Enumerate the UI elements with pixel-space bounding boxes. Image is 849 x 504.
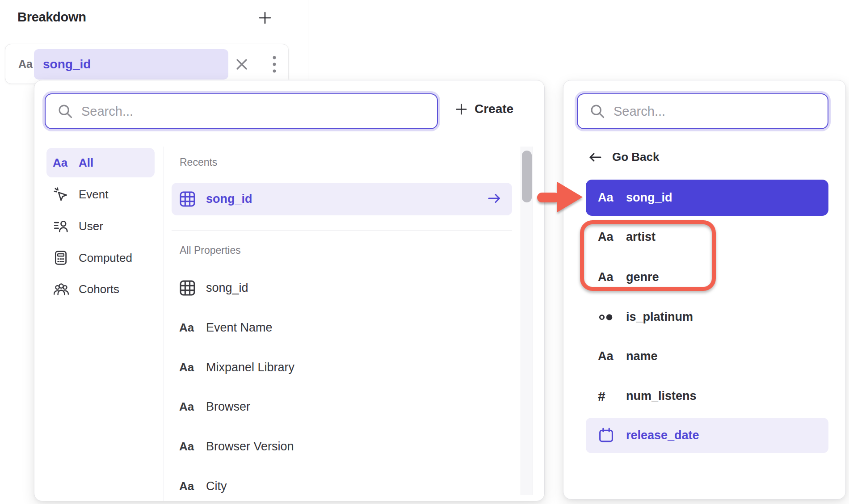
field-label: artist [626, 230, 656, 244]
red-arrow-annotation [534, 178, 586, 218]
people-icon [53, 281, 76, 297]
property-label: Browser [206, 400, 250, 414]
x-icon [235, 58, 248, 71]
table-grid-icon [179, 280, 206, 296]
property-label: City [206, 479, 227, 493]
table-grid-icon [179, 191, 206, 207]
text-type-icon: Aa [598, 349, 626, 363]
remove-breakdown-button[interactable] [233, 56, 250, 73]
text-type-icon: Aa [179, 440, 206, 454]
search-box[interactable] [577, 93, 828, 129]
property-city[interactable]: Aa City [172, 470, 512, 503]
field-genre[interactable]: Aa genre [586, 261, 828, 294]
add-breakdown-button[interactable] [257, 10, 273, 26]
chip-label: song_id [43, 57, 91, 71]
column-divider [164, 147, 164, 501]
plus-icon [258, 11, 272, 25]
property-type-label: Aa [18, 58, 33, 71]
search-box[interactable] [45, 93, 438, 129]
field-label: num_listens [626, 389, 697, 403]
create-property-button[interactable]: Create [455, 102, 513, 116]
text-type-icon: Aa [598, 191, 626, 205]
category-cohorts[interactable]: Cohorts [46, 274, 155, 304]
panel-edge-divider [308, 0, 308, 80]
category-label: Computed [79, 251, 132, 265]
boolean-icon [598, 310, 626, 325]
category-event[interactable]: Event [46, 180, 155, 209]
field-label: is_platinum [626, 310, 693, 324]
field-song-id[interactable]: Aa song_id [586, 180, 828, 216]
text-type-icon: Aa [598, 270, 626, 284]
calendar-icon [598, 427, 626, 444]
property-event-name[interactable]: Aa Event Name [172, 311, 512, 344]
search-input[interactable] [614, 104, 788, 119]
property-label: Event Name [206, 321, 273, 335]
text-type-icon: Aa [179, 361, 206, 374]
category-computed[interactable]: Computed [46, 243, 155, 273]
field-num-listens[interactable]: # num_listens [586, 380, 828, 412]
all-properties-section-label: All Properties [180, 244, 241, 256]
user-list-icon [53, 218, 76, 234]
search-icon [589, 103, 605, 119]
go-back-button[interactable]: Go Back [588, 150, 660, 164]
number-icon: # [598, 389, 626, 404]
property-label: Browser Version [206, 440, 294, 454]
arrow-left-icon [588, 151, 602, 163]
property-song-id[interactable]: song_id [172, 272, 512, 304]
property-label: song_id [206, 192, 252, 206]
property-browser-version[interactable]: Aa Browser Version [172, 430, 512, 463]
text-type-icon: Aa [179, 321, 206, 335]
text-type-icon: Aa [179, 479, 206, 493]
category-all[interactable]: Aa All [46, 148, 155, 177]
category-label: Cohorts [79, 282, 119, 296]
field-label: song_id [626, 191, 672, 205]
breakdown-chip-value[interactable]: song_id [34, 49, 228, 80]
event-cursor-icon [53, 186, 76, 202]
field-label: release_date [626, 428, 699, 442]
breakdown-chip[interactable]: Aa song_id [5, 44, 289, 84]
category-label: Event [79, 188, 109, 202]
text-type-icon: Aa [179, 400, 206, 414]
field-release-date[interactable]: release_date [586, 418, 828, 453]
category-label: All [79, 156, 93, 170]
go-back-label: Go Back [612, 150, 660, 164]
recent-property-song-id[interactable]: song_id [172, 183, 512, 215]
property-picker-panel: Create Aa All Event [34, 80, 545, 501]
property-browser[interactable]: Aa Browser [172, 391, 512, 423]
text-type-icon: Aa [598, 230, 626, 244]
breakdown-title: Breakdown [17, 10, 86, 25]
property-label: Mixpanel Library [206, 361, 294, 374]
breakdown-options-button[interactable] [265, 54, 284, 75]
scrollbar-thumb[interactable] [522, 151, 532, 202]
field-artist[interactable]: Aa artist [586, 221, 828, 253]
field-is-platinum[interactable]: is_platinum [586, 301, 828, 333]
calculator-icon [53, 250, 76, 266]
search-icon [57, 103, 73, 119]
plus-icon [455, 103, 467, 115]
category-user[interactable]: User [46, 211, 155, 241]
category-label: User [79, 219, 103, 233]
text-type-icon: Aa [53, 156, 76, 170]
field-label: name [626, 349, 658, 363]
section-divider [172, 230, 512, 231]
property-value-panel: Go Back Aa song_id Aa artist Aa genre is… [563, 80, 846, 500]
create-label: Create [475, 102, 513, 116]
arrow-right-icon[interactable] [487, 192, 501, 207]
property-label: song_id [206, 281, 248, 295]
kebab-icon [272, 55, 277, 74]
screen: Breakdown Aa song_id [0, 0, 849, 504]
property-mixpanel-library[interactable]: Aa Mixpanel Library [172, 351, 512, 384]
recents-section-label: Recents [180, 156, 217, 168]
field-name[interactable]: Aa name [586, 340, 828, 373]
search-input[interactable] [81, 104, 355, 119]
field-label: genre [626, 270, 659, 284]
